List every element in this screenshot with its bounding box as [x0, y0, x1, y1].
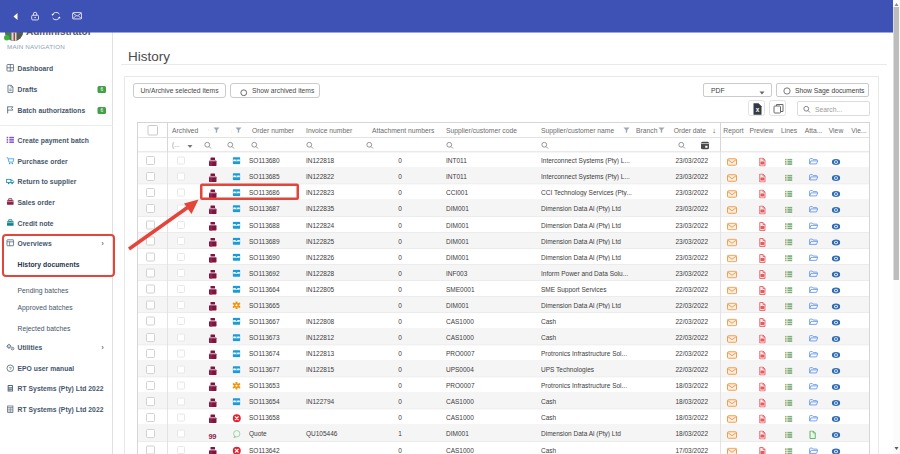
svg-text:?: ?: [9, 366, 12, 371]
svg-text:x: x: [756, 106, 760, 113]
